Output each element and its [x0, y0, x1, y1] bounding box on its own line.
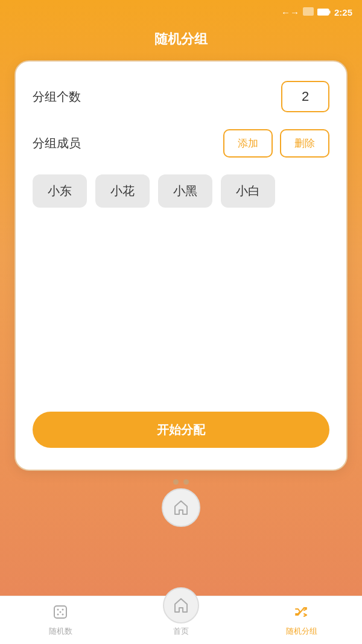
svg-point-4	[57, 608, 59, 610]
svg-point-5	[62, 608, 64, 610]
member-tag-0[interactable]: 小东	[33, 174, 87, 208]
svg-point-7	[62, 613, 64, 615]
group-count-label: 分组个数	[33, 89, 281, 105]
time-display: 2:25	[334, 7, 352, 18]
dot-1	[173, 479, 179, 485]
nav-label-home: 首页	[173, 626, 189, 637]
svg-point-6	[57, 613, 59, 615]
members-row: 分组成员 添加 删除	[33, 129, 329, 158]
home-button-area	[0, 488, 362, 527]
home-floating-button[interactable]	[162, 488, 200, 527]
home-center-circle	[163, 587, 199, 623]
delete-member-button[interactable]: 删除	[280, 129, 329, 158]
nav-item-random-numbers[interactable]: 随机数	[0, 599, 121, 642]
cube-icon	[52, 604, 68, 623]
svg-rect-2	[329, 10, 330, 13]
status-bar-icons: ←→ 2:25	[281, 7, 352, 18]
page-title: 随机分组	[0, 24, 362, 60]
shuffle-icon	[294, 604, 310, 623]
members-label: 分组成员	[33, 135, 223, 151]
member-tag-1[interactable]: 小花	[95, 174, 150, 208]
group-count-input[interactable]	[281, 81, 329, 112]
status-bar: ←→ 2:25	[0, 0, 362, 24]
battery-icon	[317, 7, 331, 18]
add-member-button[interactable]: 添加	[223, 129, 273, 158]
card-dots	[0, 479, 362, 485]
member-action-buttons: 添加 删除	[223, 129, 329, 158]
members-area: 小东 小花 小黑 小白	[33, 174, 329, 208]
signal-icon: ←→	[281, 7, 299, 18]
dot-2	[183, 479, 189, 485]
wifi-icon	[303, 7, 314, 18]
main-card: 分组个数 分组成员 添加 删除 小东 小花 小黑 小白 开始分配	[14, 60, 348, 471]
svg-rect-1	[317, 9, 329, 15]
group-count-row: 分组个数	[33, 81, 329, 112]
nav-label-random-group: 随机分组	[286, 626, 317, 637]
svg-point-8	[60, 611, 62, 613]
member-tag-3[interactable]: 小白	[221, 174, 275, 208]
nav-item-random-group[interactable]: 随机分组	[241, 599, 362, 642]
member-tag-2[interactable]: 小黑	[158, 174, 212, 208]
start-button[interactable]: 开始分配	[33, 412, 329, 448]
svg-rect-0	[303, 7, 314, 16]
nav-label-random-numbers: 随机数	[49, 626, 72, 637]
bottom-nav: 随机数 首页 随机分组	[0, 596, 362, 644]
nav-item-home[interactable]: 首页	[121, 599, 241, 642]
